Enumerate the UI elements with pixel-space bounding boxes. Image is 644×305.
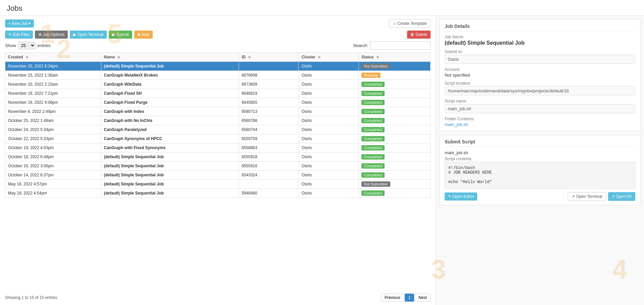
table-row[interactable]: October 18, 2022 3:06pm (default) Simple… (5, 162, 431, 171)
cell-created: October 19, 2022 4:03pm (5, 143, 101, 152)
open-editor-button[interactable]: ✎ Open Editor (445, 192, 477, 201)
cell-name: CanGraph Paralelyzed (101, 125, 239, 134)
sort-created-icon: ⇅ (26, 55, 28, 59)
table-row[interactable]: November 23, 2022 1:36am CanGraph MetaNe… (5, 71, 431, 80)
cell-created: May 18, 2022 4:57pm (5, 180, 101, 189)
cell-cluster: Osiris (299, 152, 358, 162)
delete-button[interactable]: 🗑 Delete (407, 31, 431, 39)
table-row[interactable]: October 24, 2022 5:34pm CanGraph Paralel… (5, 125, 431, 134)
cell-id (239, 180, 298, 189)
new-job-button[interactable]: + New Job ▾ (5, 19, 34, 28)
entries-select[interactable]: 25 50 100 (18, 42, 36, 49)
cell-name: (default) Simple Sequential Job (101, 180, 239, 189)
job-details-title: Job Details (445, 24, 635, 31)
show-label: Show (5, 43, 16, 48)
cell-id: 6676698 (239, 71, 298, 80)
status-badge: Not Submitted (361, 181, 390, 187)
status-badge: Completed (361, 100, 385, 105)
table-footer-text: Showing 1 to 15 of 15 entries (5, 295, 57, 300)
next-button[interactable]: Next (415, 294, 431, 302)
table-row[interactable]: November 20, 2022 2:15am CanGraph WikiDa… (5, 80, 431, 89)
table-row[interactable]: October 14, 2022 6:37pm (default) Simple… (5, 171, 431, 180)
table-row[interactable]: October 22, 2022 5:33pm CanGraph Synonym… (5, 134, 431, 143)
edit-files-button[interactable]: ✎ Edit Files (5, 31, 33, 39)
table-row[interactable]: May 18, 2022 4:57pm (default) Simple Seq… (5, 180, 431, 189)
cell-status: Completed (358, 107, 430, 116)
script-location-label: Script location: (445, 81, 635, 86)
cell-created: November 20, 2022 2:15am (5, 80, 101, 89)
cell-created: November 19, 2022 7:21pm (5, 89, 101, 98)
cell-created: November 23, 2022 1:36am (5, 71, 101, 80)
cell-created: October 24, 2022 5:34pm (5, 125, 101, 134)
cell-created: October 25, 2022 1:48am (5, 116, 101, 125)
status-badge: Completed (361, 127, 385, 132)
submit-to-value: Osiris (445, 55, 635, 64)
cell-status: Not Submitted (358, 62, 430, 71)
job-name-value: (default) Simple Sequential Job (445, 40, 635, 46)
cell-created: May 18, 2022 4:54pm (5, 189, 101, 198)
script-location-value: /home/marcosp/ondemand/data/sys/myjobs/p… (445, 86, 635, 95)
open-dir-button[interactable]: ↗ Open Dir (608, 192, 635, 201)
page-1-button[interactable]: 1 (405, 294, 414, 302)
cell-status: Completed (358, 189, 430, 198)
col-header-created[interactable]: Created ⇅ (5, 53, 101, 62)
stop-button[interactable]: ■ Stop (134, 31, 153, 39)
cell-id: 6645855 (239, 98, 298, 107)
cell-id: 6673609 (239, 80, 298, 89)
cell-status: Completed (358, 89, 430, 98)
script-filename: main_job.sh (445, 150, 635, 155)
cell-name: (default) Simple Sequential Job (101, 189, 239, 198)
cell-created: October 18, 2022 6:48pm (5, 152, 101, 162)
status-badge: Completed (361, 109, 385, 114)
account-value: Not specified (445, 73, 635, 78)
open-terminal-script-button[interactable]: ↗ Open Terminal (568, 192, 606, 201)
cell-name: CanGraph Fixed SH (101, 89, 239, 98)
cell-status: Completed (358, 171, 430, 180)
status-badge: Completed (361, 163, 385, 169)
script-name-value: main_job.sh (445, 104, 635, 113)
col-header-status[interactable]: Status ⇅ (358, 53, 430, 62)
pagination: Previous 1 Next (381, 294, 431, 302)
table-row[interactable]: November 19, 2022 7:21pm CanGraph Fixed … (5, 89, 431, 98)
cell-status: Completed (358, 143, 430, 152)
cell-cluster: Osiris (299, 62, 358, 71)
folder-file-link[interactable]: main_job.sh (445, 122, 468, 127)
table-row[interactable]: November 25, 2022 8:34pm (default) Simpl… (5, 62, 431, 71)
status-badge: Completed (361, 118, 385, 123)
cell-created: October 14, 2022 6:37pm (5, 171, 101, 180)
cell-status: Not Submitted (358, 180, 430, 189)
cell-created: November 19, 2022 4:06pm (5, 98, 101, 107)
col-header-cluster[interactable]: Cluster ⇅ (299, 53, 358, 62)
table-row[interactable]: October 19, 2022 4:03pm CanGraph with Fi… (5, 143, 431, 152)
submit-button[interactable]: ▶ Submit (109, 31, 132, 39)
job-options-button[interactable]: ⚙ Job Options (35, 31, 68, 39)
search-input[interactable] (370, 41, 431, 50)
cell-cluster: Osiris (299, 107, 358, 116)
status-badge: Completed (361, 190, 385, 196)
table-row[interactable]: May 18, 2022 4:54pm (default) Simple Seq… (5, 189, 431, 198)
job-name-label: Job Name: (445, 35, 635, 39)
table-row[interactable]: October 18, 2022 6:48pm (default) Simple… (5, 152, 431, 162)
folder-contents-label: Folder Contents: (445, 117, 635, 121)
table-row[interactable]: October 25, 2022 1:48am CanGraph with No… (5, 116, 431, 125)
cell-id: 6555918 (239, 152, 298, 162)
submit-to-label: Submit to: (445, 49, 635, 54)
status-badge: Completed (361, 136, 385, 141)
cell-status: Completed (358, 134, 430, 143)
cell-id: 5948480 (239, 189, 298, 198)
col-header-id[interactable]: ID ⇅ (239, 53, 298, 62)
cell-cluster: Osiris (299, 98, 358, 107)
status-badge: Completed (361, 82, 385, 87)
sort-name-icon: ⇅ (117, 55, 120, 59)
cell-id: 6646819 (239, 89, 298, 98)
col-header-name[interactable]: Name ⇅ (101, 53, 239, 62)
open-terminal-button[interactable]: ▶ Open Terminal (70, 31, 107, 39)
create-template-button[interactable]: ☆ Create Template (389, 19, 431, 28)
status-badge: Completed (361, 91, 385, 96)
table-row[interactable]: November 8, 2022 2:49pm CanGraph with In… (5, 107, 431, 116)
cell-created: November 25, 2022 8:34pm (5, 62, 101, 71)
previous-button[interactable]: Previous (381, 294, 404, 302)
table-row[interactable]: November 19, 2022 4:06pm CanGraph Fixed … (5, 98, 431, 107)
cell-cluster: Osiris (299, 162, 358, 171)
cell-cluster: Osiris (299, 143, 358, 152)
